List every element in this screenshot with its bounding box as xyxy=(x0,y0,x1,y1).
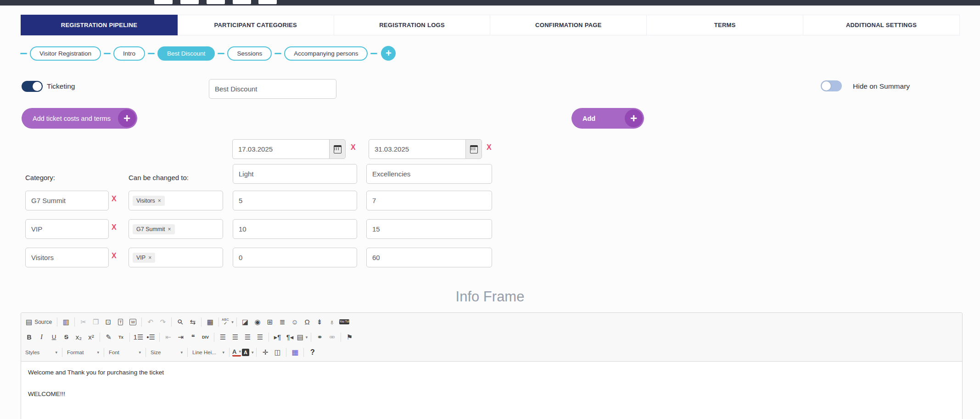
category-input[interactable] xyxy=(25,248,109,267)
link-icon[interactable]: ⚭ xyxy=(314,331,325,343)
undo-icon[interactable]: ↶ xyxy=(145,316,156,328)
pipeline-step-accompanying-persons[interactable]: Accompanying persons xyxy=(284,46,368,61)
can-change-input[interactable]: VIP × xyxy=(129,248,223,267)
select-all-icon[interactable]: ▦ xyxy=(204,316,216,328)
bulleted-list-icon[interactable]: •☰ xyxy=(145,331,157,343)
outdent-icon[interactable]: ⇤ xyxy=(162,331,174,343)
ticket-name-input-second[interactable] xyxy=(366,164,492,184)
div-container-icon[interactable]: DIV xyxy=(200,331,211,343)
category-chip[interactable]: G7 Summit × xyxy=(133,224,175,234)
strikethrough-button[interactable]: S xyxy=(61,331,72,343)
copy-icon[interactable]: ❐ xyxy=(90,316,101,328)
paste-text-icon[interactable]: T xyxy=(115,316,126,328)
image-icon[interactable]: ◪ xyxy=(240,316,251,328)
numbered-list-icon[interactable]: 1☰ xyxy=(133,331,144,343)
align-left-icon[interactable]: ☰ xyxy=(217,331,229,343)
iframe-icon[interactable]: ♁ xyxy=(326,316,338,328)
superscript-button[interactable]: x² xyxy=(85,331,97,343)
subscript-button[interactable]: x₂ xyxy=(73,331,84,343)
pipeline-step-intro[interactable]: Intro xyxy=(113,46,145,61)
text-color-button[interactable]: A▾ xyxy=(232,348,241,357)
pipeline-step-visitor-registration[interactable]: Visitor Registration xyxy=(30,46,101,61)
remove-format-icon[interactable]: Tx xyxy=(115,331,127,343)
youtube-icon[interactable]: You Tube xyxy=(339,316,350,328)
indent-icon[interactable]: ⇥ xyxy=(175,331,186,343)
pipeline-step-best-discount[interactable]: Best Discount xyxy=(157,46,215,61)
price-input-second[interactable] xyxy=(366,248,492,267)
start-date-input[interactable] xyxy=(232,139,329,159)
price-input-second[interactable] xyxy=(366,219,492,239)
can-change-input[interactable]: Visitors × xyxy=(129,191,223,210)
topbar-button-stub[interactable] xyxy=(154,0,173,4)
blockquote-icon[interactable]: ❝ xyxy=(187,331,199,343)
remove-end-date-button[interactable]: X xyxy=(487,143,492,152)
editor-content[interactable]: Welcome and Thank you for purchasing the… xyxy=(21,362,962,405)
topbar-button-stub[interactable] xyxy=(233,0,251,4)
source-button[interactable]: ▤Source xyxy=(23,316,54,328)
copy-formatting-icon[interactable]: ✎ xyxy=(103,331,114,343)
line-height-dropdown[interactable]: Line Hei...▾ xyxy=(190,347,227,357)
ticket-name-input-first[interactable] xyxy=(233,164,357,184)
remove-category-button[interactable]: X xyxy=(112,252,117,260)
italic-button[interactable]: I xyxy=(36,331,47,343)
topbar-button-stub[interactable] xyxy=(180,0,199,4)
topbar-button-stub[interactable] xyxy=(258,0,277,4)
spellcheck-icon[interactable]: ABC✓▾ xyxy=(222,316,233,328)
format-dropdown[interactable]: Format▾ xyxy=(65,347,101,357)
hide-on-summary-toggle[interactable] xyxy=(821,80,842,91)
text-direction-rtl-icon[interactable]: ¶◂ xyxy=(284,331,296,343)
horizontal-rule-icon[interactable]: ≣ xyxy=(277,316,288,328)
size-dropdown[interactable]: Size▾ xyxy=(148,347,185,357)
category-chip[interactable]: VIP × xyxy=(133,253,155,263)
special-char-icon[interactable]: Ω xyxy=(302,316,313,328)
anchor-icon[interactable]: ⚑ xyxy=(344,331,355,343)
tab-additional-settings[interactable]: ADDITIONAL SETTINGS xyxy=(803,15,960,35)
page-break-icon[interactable]: ⇟ xyxy=(314,316,325,328)
category-input[interactable] xyxy=(25,191,109,210)
language-icon[interactable]: ▤▾ xyxy=(297,331,308,343)
chip-remove-icon[interactable]: × xyxy=(148,255,151,261)
topbar-button-stub[interactable] xyxy=(207,0,225,4)
remove-category-button[interactable]: X xyxy=(112,195,117,203)
show-blocks-icon[interactable]: ◫ xyxy=(272,346,283,358)
text-direction-ltr-icon[interactable]: ▸¶ xyxy=(272,331,283,343)
price-input-first[interactable] xyxy=(233,248,357,267)
ticketing-toggle[interactable] xyxy=(22,81,43,92)
font-dropdown[interactable]: Font▾ xyxy=(106,347,143,357)
align-right-icon[interactable]: ☰ xyxy=(242,331,253,343)
tab-terms[interactable]: TERMS xyxy=(647,15,803,35)
find-icon[interactable]: ⚲ xyxy=(172,314,188,330)
cut-icon[interactable]: ✂ xyxy=(78,316,89,328)
add-step-button[interactable]: + xyxy=(381,46,396,61)
can-change-input[interactable]: G7 Summit × xyxy=(129,219,223,239)
chip-remove-icon[interactable]: × xyxy=(158,198,161,204)
maximize-icon[interactable]: ✛ xyxy=(259,346,271,358)
remove-start-date-button[interactable]: X xyxy=(351,143,356,152)
category-input[interactable] xyxy=(25,219,109,239)
align-justify-icon[interactable]: ☰ xyxy=(254,331,266,343)
add-ticket-costs-button[interactable]: Add ticket costs and terms + xyxy=(22,108,137,129)
unlink-icon[interactable]: ⚮ xyxy=(326,331,338,343)
chip-remove-icon[interactable]: × xyxy=(168,226,171,232)
price-input-first[interactable] xyxy=(233,191,357,210)
redo-icon[interactable]: ↷ xyxy=(157,316,168,328)
help-icon[interactable]: ? xyxy=(307,346,318,358)
start-date-picker-button[interactable] xyxy=(329,139,346,159)
paste-word-icon[interactable]: W xyxy=(127,316,139,328)
replace-icon[interactable]: ⇆ xyxy=(187,316,198,328)
tab-registration-pipeline[interactable]: REGISTRATION PIPELINE xyxy=(21,15,178,35)
templates-icon[interactable]: ▥ xyxy=(60,316,72,328)
add-button[interactable]: Add + xyxy=(571,108,644,129)
smiley-icon[interactable]: ☺ xyxy=(289,316,301,328)
flash-icon[interactable]: ◉ xyxy=(252,316,263,328)
styles-dropdown[interactable]: Styles▾ xyxy=(23,347,60,357)
category-chip[interactable]: Visitors × xyxy=(133,196,165,206)
pipeline-step-sessions[interactable]: Sessions xyxy=(227,46,272,61)
grid-icon[interactable]: ▦ xyxy=(289,346,301,358)
tab-confirmation-page[interactable]: CONFIRMATION PAGE xyxy=(490,15,647,35)
tab-registration-logs[interactable]: REGISTRATION LOGS xyxy=(334,15,491,35)
price-input-second[interactable] xyxy=(366,191,492,210)
table-icon[interactable]: ⊞ xyxy=(264,316,276,328)
background-color-button[interactable]: A▾ xyxy=(242,346,254,358)
step-name-input[interactable] xyxy=(209,79,336,99)
